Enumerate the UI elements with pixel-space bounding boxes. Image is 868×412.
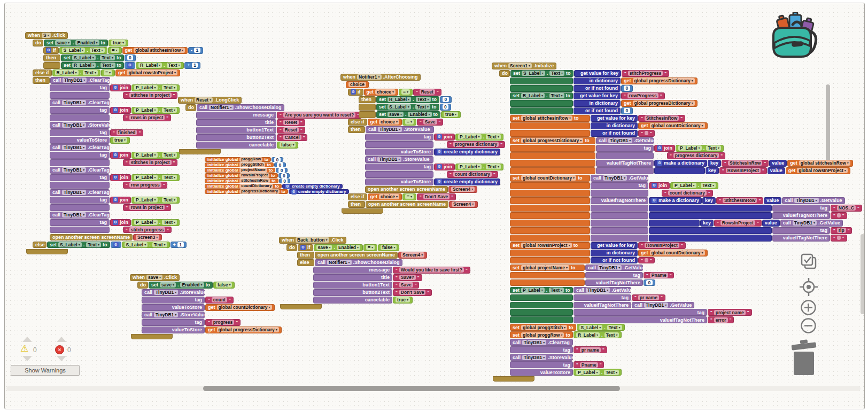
dropdown-field[interactable]: Text▾ bbox=[549, 287, 564, 293]
block-segment-txt[interactable]: "Save" bbox=[393, 282, 419, 289]
block-segment-log[interactable]: P_Label▾.Text▾ bbox=[131, 107, 180, 114]
block-segment-evt[interactable]: then bbox=[359, 96, 376, 103]
mutator-icon[interactable]: ⚙ bbox=[437, 179, 442, 184]
block-segment-set[interactable]: setR_Label▾.Text▾to bbox=[376, 96, 439, 103]
block-cluster-when-back-button-click[interactable]: whenBack_button▾.Clickdo⚙ifsave▾.Enabled… bbox=[279, 237, 471, 309]
block-segment-evt[interactable] bbox=[43, 62, 60, 69]
block-segment-cmp[interactable]: callTinyDB1▾.StoreValue bbox=[510, 354, 573, 361]
dropdown-field[interactable]: global progressDictionary▾ bbox=[633, 100, 695, 106]
dropdown-field[interactable]: P_Label▾ bbox=[134, 197, 158, 203]
block-segment-cmp[interactable] bbox=[365, 171, 433, 178]
text-literal[interactable]: error bbox=[714, 317, 728, 323]
text-literal[interactable]: rows in project bbox=[129, 205, 165, 210]
block-segment-cmp[interactable]: tag bbox=[365, 164, 433, 170]
block-segment-var[interactable]: getglobal stitchesInRow▾ bbox=[122, 47, 188, 54]
mutator-icon[interactable]: ⚙ bbox=[113, 107, 118, 113]
text-literal[interactable]: pr name bbox=[638, 295, 659, 300]
dropdown-field[interactable]: Text▾ bbox=[706, 145, 721, 151]
block-segment-txt[interactable]: "count dictionary" bbox=[662, 190, 713, 197]
block-segment-txt[interactable]: "Save" bbox=[417, 119, 443, 126]
block-segment-log[interactable]: R_Label▾.Text▾ bbox=[52, 69, 100, 76]
text-literal[interactable]: Reset bbox=[420, 89, 435, 95]
text-literal[interactable]: count bbox=[212, 297, 227, 302]
block-segment-var[interactable]: getglobal countDictionary▾ bbox=[638, 250, 708, 256]
block-segment-dic[interactable] bbox=[649, 220, 700, 227]
block-segment-cmp[interactable] bbox=[591, 235, 648, 242]
block-segment-evt[interactable] bbox=[359, 104, 376, 111]
block-segment-txt[interactable]: "StitchesInRow" bbox=[716, 197, 763, 204]
name-field[interactable]: rowsInProject bbox=[239, 173, 269, 178]
block-segment-cmp[interactable]: valueIfTagNotThere bbox=[585, 279, 643, 286]
dropdown-field[interactable]: global countDictionary▾ bbox=[650, 250, 705, 255]
block-segment-var[interactable]: choice bbox=[346, 81, 369, 88]
text-literal[interactable]: Would you like to save first? bbox=[399, 267, 464, 273]
dropdown-field[interactable]: Text▾ bbox=[604, 332, 619, 338]
block-segment-var[interactable]: getchoice▾ bbox=[368, 119, 402, 126]
block-segment-scr[interactable]: Screen4▾ bbox=[398, 252, 427, 259]
block-segment-cmp[interactable] bbox=[591, 190, 648, 197]
block-segment-var[interactable]: setglobal proggStitch▾to bbox=[510, 324, 576, 331]
number-literal[interactable]: 0 bbox=[278, 168, 285, 173]
block-segment-evt[interactable]: open another screenscreenName bbox=[366, 201, 448, 208]
text-literal[interactable]: NOS_C bbox=[837, 205, 856, 211]
block-segment-cmp[interactable]: tag bbox=[772, 227, 830, 234]
block-segment-log[interactable]: false▾ bbox=[213, 282, 235, 289]
dropdown-field[interactable]: global countDictionary▾ bbox=[650, 123, 705, 128]
dropdown-field[interactable]: P_Label▾ bbox=[134, 107, 158, 113]
block-segment-evt[interactable]: else if bbox=[348, 193, 367, 200]
block-segment-var[interactable]: initialize globalprojectNameto bbox=[205, 168, 275, 173]
text-literal[interactable]: Pname bbox=[650, 273, 668, 278]
number-literal[interactable]: 0 bbox=[277, 162, 283, 168]
block-segment-dic[interactable]: in dictionary bbox=[591, 122, 638, 129]
block-segment-set[interactable] bbox=[510, 107, 573, 114]
block-segment-var[interactable]: initialize globalrowsInProjectto bbox=[205, 173, 278, 178]
dropdown-field[interactable]: Notifier1▾ bbox=[327, 260, 352, 265]
block-segment-cmp[interactable]: tag bbox=[510, 361, 573, 368]
dropdown-field[interactable]: TinyDB1▾ bbox=[62, 122, 86, 128]
block-segment-cmp[interactable]: valueIfTagNotThere bbox=[591, 197, 648, 204]
block-segment-cmp[interactable]: callTinyDB1▾.GetValue bbox=[585, 265, 643, 271]
dropdown-field[interactable]: global rowsInProject▾ bbox=[797, 168, 848, 173]
block-segment-cmp[interactable] bbox=[596, 167, 654, 174]
dropdown-field[interactable]: Enabled▾ bbox=[408, 112, 431, 117]
dropdown-field[interactable]: Text▾ bbox=[162, 220, 177, 225]
block-segment-cmp[interactable]: valueToStore bbox=[365, 149, 433, 156]
dropdown-field[interactable]: P_Label▾ bbox=[576, 370, 600, 375]
block-segment-set[interactable]: setR_Label▾.Text▾to bbox=[61, 62, 124, 69]
block-segment-var[interactable]: setglobal rowsInProject▾to bbox=[510, 242, 590, 249]
block-segment-dic[interactable]: or if not found bbox=[591, 257, 638, 264]
dropdown-field[interactable]: =▾ bbox=[401, 89, 410, 95]
dropdown-field[interactable]: S_Label▾ bbox=[58, 242, 82, 247]
block-segment-mat[interactable]: +1 bbox=[170, 242, 187, 248]
block-segment-var[interactable] bbox=[510, 205, 590, 212]
block-segment-log[interactable]: S_Label▾.Text▾ bbox=[577, 324, 625, 331]
block-segment-scr[interactable]: Screen3▾ bbox=[133, 234, 162, 241]
block-segment-cmp[interactable]: callTinyDB1▾.GetValue bbox=[574, 287, 631, 294]
dropdown-field[interactable]: global countDictionary▾ bbox=[217, 305, 272, 310]
mutator-icon[interactable]: ⚙ bbox=[291, 189, 297, 195]
block-segment-cmp[interactable]: button1Text bbox=[313, 282, 392, 289]
dropdown-field[interactable]: false▾ bbox=[280, 142, 296, 147]
block-segment-var[interactable] bbox=[510, 152, 595, 159]
show-warnings-button[interactable]: Show Warnings bbox=[11, 365, 80, 376]
name-field[interactable]: projectName bbox=[239, 168, 267, 173]
block-segment-cmp[interactable]: valueIfTagNotThere bbox=[772, 212, 830, 219]
block-segment-var[interactable] bbox=[510, 182, 590, 189]
dropdown-field[interactable]: Enabled▾ bbox=[337, 245, 360, 250]
block-segment-scr[interactable]: Screen4▾ bbox=[448, 186, 477, 193]
block-segment-var[interactable] bbox=[510, 257, 590, 264]
block-segment-txt[interactable]: ⚙join bbox=[110, 152, 131, 159]
block-segment-evt[interactable]: whensave▾.Click bbox=[130, 274, 180, 281]
number-literal[interactable]: 1 bbox=[177, 242, 184, 247]
dropdown-field[interactable]: TinyDB1▾ bbox=[62, 212, 86, 217]
dropdown-field[interactable]: =▾ bbox=[405, 194, 414, 199]
dropdown-field[interactable]: S_Label▾ bbox=[62, 48, 86, 53]
block-segment-evt[interactable]: whenReset▾.LongClick bbox=[178, 97, 242, 104]
dropdown-field[interactable]: =▾ bbox=[104, 70, 112, 75]
dropdown-field[interactable]: save▾ bbox=[55, 40, 71, 45]
block-segment-dic[interactable]: value bbox=[762, 220, 780, 227]
block-segment-log[interactable]: =▾ bbox=[108, 47, 122, 54]
block-segment-dic[interactable]: value bbox=[769, 160, 787, 167]
block-segment-evt[interactable]: open another screenscreenName bbox=[315, 252, 398, 259]
block-segment-dic[interactable] bbox=[649, 235, 772, 242]
